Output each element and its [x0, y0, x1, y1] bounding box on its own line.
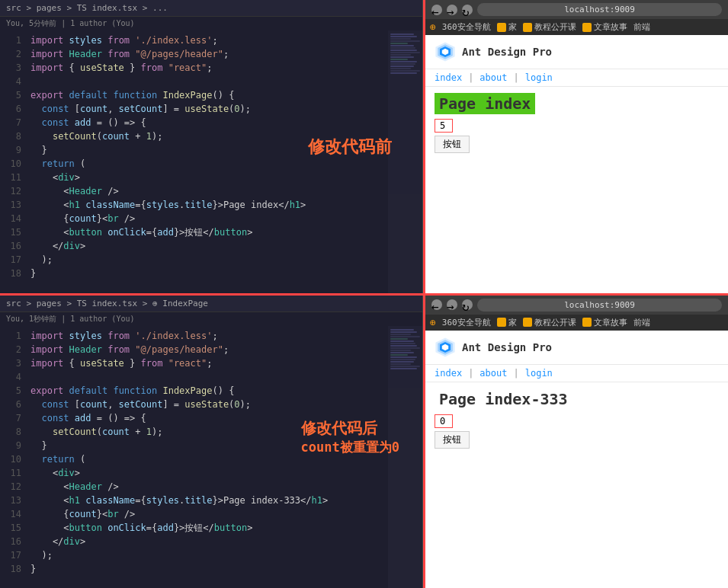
bottom-browser-panel: ← → ↻ localhost:9009 ⊕ 360安全导航 家 教程公开课 文…: [423, 296, 728, 589]
bottom-author-line: You, 1秒钟前 | 1 author (You): [0, 312, 422, 326]
bottom-bookmark-home[interactable]: 家: [497, 317, 517, 328]
bottom-nav-index-link[interactable]: index: [435, 368, 462, 379]
bottom-security-icon: ⊕: [430, 317, 436, 328]
course-folder-icon: [523, 23, 532, 32]
bottom-page-button[interactable]: 按钮: [435, 431, 470, 449]
bottom-bookmarks-bar: ⊕ 360安全导航 家 教程公开课 文章故事 前端: [425, 315, 728, 331]
bottom-bookmark-security[interactable]: 360安全导航: [442, 317, 491, 328]
bottom-bookmark-frontend-label: 前端: [633, 317, 650, 328]
bottom-code-panel: src > pages > TS index.tsx > ⊕ IndexPage…: [0, 296, 423, 589]
bottom-tab-path: src > pages > TS index.tsx > ⊕ IndexPage: [6, 299, 208, 308]
bottom-ant-design-logo: [435, 337, 456, 358]
bottom-nav-sep1: |: [468, 368, 473, 379]
bottom-code-content: import styles from './index.less'; impor…: [24, 326, 422, 589]
bottom-page-title: Page index-333: [435, 388, 572, 410]
bottom-bookmark-frontend[interactable]: 前端: [633, 317, 650, 328]
top-bookmarks-bar: ⊕ 360安全导航 家 教程公开课 文章故事 前端: [425, 19, 728, 35]
bottom-course-folder-icon: [523, 318, 532, 327]
bottom-article-folder-icon: [582, 318, 592, 327]
refresh-btn[interactable]: ↻: [462, 5, 473, 15]
bookmark-course[interactable]: 教程公开课: [523, 21, 576, 33]
bottom-minimap: [388, 326, 422, 589]
bottom-line-numbers: 12345 678910 1112131415 161718: [0, 326, 24, 589]
ant-design-logo: [435, 41, 456, 62]
url-bar[interactable]: localhost:9009: [477, 3, 722, 16]
bottom-browser-toolbar: ← → ↻ localhost:9009: [425, 296, 728, 315]
bookmark-frontend-label: 前端: [633, 21, 650, 33]
bottom-bookmark-home-label: 家: [508, 317, 517, 328]
bottom-bookmark-course-label: 教程公开课: [534, 317, 576, 328]
bottom-page-content: Page index-333 0 按钮: [425, 382, 728, 589]
bookmark-security[interactable]: 360安全导航: [442, 21, 491, 33]
top-ant-logo-area: Ant Design Pro: [425, 35, 728, 69]
top-page-content: Page index 5 按钮: [425, 87, 728, 293]
bookmark-home-label: 家: [508, 21, 517, 33]
bookmark-frontend[interactable]: 前端: [633, 21, 650, 33]
top-line-numbers: 12345 678910 1112131415 161718: [0, 30, 24, 293]
bookmark-article[interactable]: 文章故事: [582, 21, 627, 33]
bottom-home-folder-icon: [497, 318, 506, 327]
bookmark-course-label: 教程公开课: [534, 21, 576, 33]
top-author-line: You, 5分钟前 | 1 author (You): [0, 17, 422, 30]
bottom-url-bar[interactable]: localhost:9009: [477, 299, 722, 312]
bottom-bookmark-article-label: 文章故事: [594, 317, 627, 328]
bottom-back-btn[interactable]: ←: [431, 299, 442, 310]
bottom-ant-logo-area: Ant Design Pro: [425, 331, 728, 365]
bottom-nav-sep2: |: [513, 368, 518, 379]
ant-brand-name: Ant Design Pro: [462, 46, 552, 58]
top-browser-toolbar: ← → ↻ localhost:9009: [425, 0, 728, 19]
bookmark-article-label: 文章故事: [594, 21, 627, 33]
back-btn[interactable]: ←: [431, 5, 442, 15]
top-minimap: [388, 30, 422, 293]
home-folder-icon: [497, 23, 506, 32]
top-page-button[interactable]: 按钮: [435, 136, 470, 153]
nav-sep2: |: [513, 72, 518, 83]
bottom-fwd-btn[interactable]: →: [447, 299, 457, 310]
security-icon: ⊕: [430, 21, 436, 33]
bottom-count-value: 0: [435, 414, 453, 428]
top-count-value: 5: [435, 119, 453, 133]
bottom-refresh-btn[interactable]: ↻: [462, 299, 473, 310]
bottom-nav-menu: index | about | login: [425, 365, 728, 382]
bottom-nav-login-link[interactable]: login: [525, 368, 553, 379]
fwd-btn[interactable]: →: [447, 5, 457, 15]
nav-index-link[interactable]: index: [435, 72, 462, 83]
top-tab-bar: src > pages > TS index.tsx > ...: [0, 0, 422, 17]
bottom-ant-brand-name: Ant Design Pro: [462, 341, 552, 353]
top-nav-menu: index | about | login: [425, 69, 728, 87]
nav-login-link[interactable]: login: [525, 72, 553, 83]
bottom-bookmark-article[interactable]: 文章故事: [582, 317, 627, 328]
top-page-title: Page index: [435, 93, 535, 114]
nav-about-link[interactable]: about: [479, 72, 507, 83]
top-code-panel: src > pages > TS index.tsx > ... You, 5分…: [0, 0, 423, 293]
top-browser-panel: ← → ↻ localhost:9009 ⊕ 360安全导航 家 教程公开课 文…: [423, 0, 728, 293]
article-folder-icon: [582, 23, 592, 32]
bookmark-home[interactable]: 家: [497, 21, 517, 33]
nav-sep1: |: [468, 72, 473, 83]
bottom-tab-bar: src > pages > TS index.tsx > ⊕ IndexPage: [0, 296, 422, 312]
top-tab-path: src > pages > TS index.tsx > ...: [6, 3, 168, 13]
top-code-content: import styles from './index.less'; impor…: [24, 30, 422, 293]
bottom-bookmark-course[interactable]: 教程公开课: [523, 317, 576, 328]
bottom-nav-about-link[interactable]: about: [479, 368, 507, 379]
